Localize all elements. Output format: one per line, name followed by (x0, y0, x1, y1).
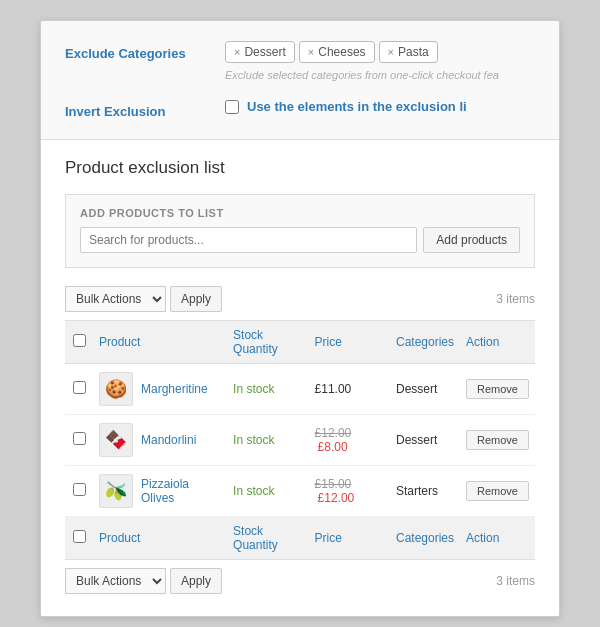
row1-price-cell: £11.00 (309, 364, 390, 415)
row2-remove-button[interactable]: Remove (466, 430, 529, 450)
tags-container: × Dessert × Cheeses × Pasta (225, 41, 535, 63)
search-row: Add products (80, 227, 520, 253)
row1-categories-cell: Dessert (390, 364, 460, 415)
tag-cheeses-remove-icon[interactable]: × (308, 46, 314, 58)
row1-checkbox[interactable] (73, 381, 86, 394)
row2-stock-cell: In stock (227, 415, 308, 466)
row1-checkbox-cell (65, 364, 93, 415)
row3-product-thumb: 🫒 (99, 474, 133, 508)
table-footer-row: Product Stock Quantity Price Categories … (65, 517, 535, 560)
row1-remove-button[interactable]: Remove (466, 379, 529, 399)
row2-product-link[interactable]: Mandorlini (141, 433, 196, 447)
row3-categories-cell: Starters (390, 466, 460, 517)
col-stock-header: Stock Quantity (227, 321, 308, 364)
add-products-box: ADD PRODUCTS TO LIST Add products (65, 194, 535, 268)
table-row: 🍪 Margheritine In stock £11.00 Dessert (65, 364, 535, 415)
row2-price-cell: £12.00 £8.00 (309, 415, 390, 466)
bulk-actions-select-top[interactable]: Bulk Actions (65, 286, 166, 312)
tag-dessert-remove-icon[interactable]: × (234, 46, 240, 58)
bulk-actions-select-bottom[interactable]: Bulk Actions (65, 568, 166, 594)
invert-exclusion-label: Invert Exclusion (65, 99, 225, 119)
apply-button-top[interactable]: Apply (170, 286, 222, 312)
row2-product-cell: 🍫 Mandorlini (93, 415, 227, 466)
row3-checkbox-cell (65, 466, 93, 517)
bulk-left-top: Bulk Actions Apply (65, 286, 222, 312)
footer-checkbox-cell (65, 517, 93, 560)
row2-checkbox[interactable] (73, 432, 86, 445)
row1-product-name-cell: 🍪 Margheritine (99, 372, 221, 406)
invert-exclusion-content: Use the elements in the exclusion li (225, 99, 535, 114)
col-action-label: Action (466, 335, 499, 349)
row2-product-thumb: 🍫 (99, 423, 133, 457)
row1-product-cell: 🍪 Margheritine (93, 364, 227, 415)
footer-action-label: Action (460, 517, 535, 560)
row2-action-cell: Remove (460, 415, 535, 466)
row3-product-cell: 🫒 Pizzaiola Olives (93, 466, 227, 517)
tag-cheeses-label: Cheeses (318, 45, 365, 59)
invert-checkbox[interactable] (225, 100, 239, 114)
col-price-label: Price (315, 335, 342, 349)
col-price-header: Price (309, 321, 390, 364)
row1-price: £11.00 (315, 382, 352, 396)
footer-stock-label: Stock Quantity (227, 517, 308, 560)
add-products-button[interactable]: Add products (423, 227, 520, 253)
row1-stock-cell: In stock (227, 364, 308, 415)
col-product-header: Product (93, 321, 227, 364)
product-table: Product Stock Quantity Price Categories … (65, 320, 535, 560)
invert-description: Use the elements in the exclusion li (247, 99, 467, 114)
top-bulk-bar: Bulk Actions Apply 3 items (65, 282, 535, 316)
row3-category: Starters (396, 484, 438, 498)
col-product-label: Product (99, 335, 140, 349)
row2-price-old: £12.00 (315, 426, 352, 440)
row1-product-thumb: 🍪 (99, 372, 133, 406)
row3-stock-cell: In stock (227, 466, 308, 517)
row1-stock-status: In stock (233, 382, 274, 396)
exclude-categories-label: Exclude Categories (65, 41, 225, 61)
table-row: 🫒 Pizzaiola Olives In stock £15.00 £12.0… (65, 466, 535, 517)
items-count-top: 3 items (496, 292, 535, 306)
invert-exclusion-row: Invert Exclusion Use the elements in the… (65, 99, 535, 119)
tag-pasta-remove-icon[interactable]: × (388, 46, 394, 58)
row1-category: Dessert (396, 382, 437, 396)
select-all-checkbox[interactable] (73, 334, 86, 347)
footer-price-label: Price (309, 517, 390, 560)
col-categories-header: Categories (390, 321, 460, 364)
tag-pasta[interactable]: × Pasta (379, 41, 438, 63)
tag-dessert[interactable]: × Dessert (225, 41, 295, 63)
row3-checkbox[interactable] (73, 483, 86, 496)
footer-product-label: Product (93, 517, 227, 560)
items-count-bottom: 3 items (496, 574, 535, 588)
row2-checkbox-cell (65, 415, 93, 466)
col-stock-label: Stock Quantity (233, 328, 278, 356)
product-panel: Product exclusion list ADD PRODUCTS TO L… (41, 140, 559, 616)
invert-checkbox-row: Use the elements in the exclusion li (225, 99, 535, 114)
bottom-bulk-bar: Bulk Actions Apply 3 items (65, 560, 535, 598)
exclude-categories-content: × Dessert × Cheeses × Pasta Exclude sele… (225, 41, 535, 81)
row3-action-cell: Remove (460, 466, 535, 517)
row2-product-name-cell: 🍫 Mandorlini (99, 423, 221, 457)
row3-product-name-cell: 🫒 Pizzaiola Olives (99, 474, 221, 508)
row3-product-link[interactable]: Pizzaiola Olives (141, 477, 221, 505)
row3-price-cell: £15.00 £12.00 (309, 466, 390, 517)
search-input[interactable] (80, 227, 417, 253)
footer-categories-label: Categories (390, 517, 460, 560)
row3-remove-button[interactable]: Remove (466, 481, 529, 501)
panel-title: Product exclusion list (65, 158, 535, 178)
settings-panel: Exclude Categories × Dessert × Cheeses ×… (41, 21, 559, 140)
col-checkbox-header (65, 321, 93, 364)
table-row: 🍫 Mandorlini In stock £12.00 £8.00 Desse… (65, 415, 535, 466)
tag-pasta-label: Pasta (398, 45, 429, 59)
col-action-header: Action (460, 321, 535, 364)
row2-price-new: £8.00 (318, 440, 348, 454)
row1-product-link[interactable]: Margheritine (141, 382, 208, 396)
footer-select-all-checkbox[interactable] (73, 530, 86, 543)
tag-cheeses[interactable]: × Cheeses (299, 41, 375, 63)
row2-category: Dessert (396, 433, 437, 447)
table-header-row: Product Stock Quantity Price Categories … (65, 321, 535, 364)
apply-button-bottom[interactable]: Apply (170, 568, 222, 594)
exclude-hint: Exclude selected categories from one-cli… (225, 69, 535, 81)
row3-price-old: £15.00 (315, 477, 352, 491)
exclude-categories-row: Exclude Categories × Dessert × Cheeses ×… (65, 41, 535, 81)
row2-stock-status: In stock (233, 433, 274, 447)
bulk-left-bottom: Bulk Actions Apply (65, 568, 222, 594)
